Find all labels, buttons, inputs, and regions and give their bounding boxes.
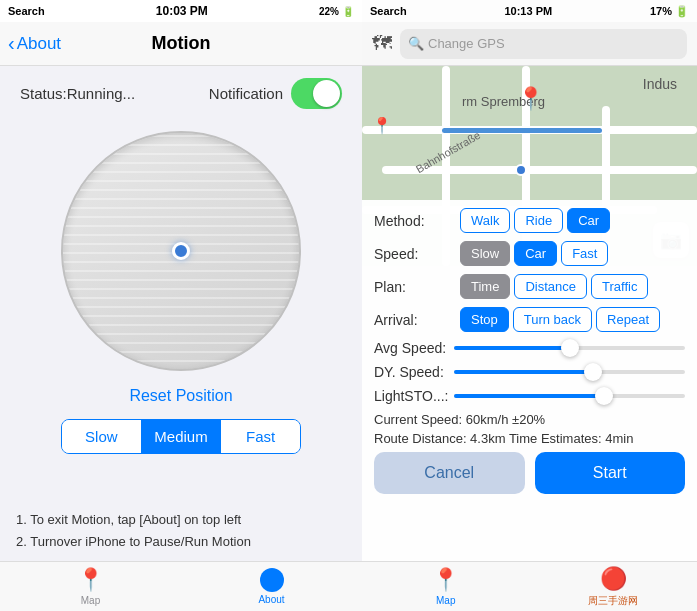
battery-pct-left: 22%	[319, 6, 339, 17]
compass-circle[interactable]: // We'll do this in CSS instead	[61, 131, 301, 371]
time-left: 10:03 PM	[156, 4, 208, 18]
map-pin-main: 📍	[517, 86, 544, 112]
carrier-right: Search	[370, 5, 407, 17]
lightsto-fill	[454, 394, 604, 398]
method-ride-btn[interactable]: Ride	[514, 208, 563, 233]
route-line	[442, 128, 602, 133]
instructions: 1. To exit Motion, tap [About] on top le…	[0, 501, 362, 561]
plan-label: Plan:	[374, 279, 454, 295]
cancel-button[interactable]: Cancel	[374, 452, 525, 494]
search-icon-right: 🔍	[408, 36, 424, 51]
arrival-segment: Stop Turn back Repeat	[460, 307, 660, 332]
battery-left: 22% 🔋	[319, 6, 354, 17]
map-label-indus: Indus	[643, 76, 677, 92]
lightsto-label: LightSTO...:	[374, 388, 454, 404]
time-right: 10:13 PM	[504, 5, 552, 17]
plan-segment: Time Distance Traffic	[460, 274, 648, 299]
speed-medium-btn[interactable]: Medium	[142, 420, 222, 453]
arrival-repeat-btn[interactable]: Repeat	[596, 307, 660, 332]
speed-label: Speed:	[374, 246, 454, 262]
map-pin-secondary: 📍	[372, 116, 392, 135]
arrival-stop-btn[interactable]: Stop	[460, 307, 509, 332]
dy-speed-fill	[454, 370, 593, 374]
tab-about-label-left: About	[258, 594, 284, 605]
battery-icon-right: 🔋	[675, 5, 689, 17]
plan-traffic-btn[interactable]: Traffic	[591, 274, 648, 299]
location-dot	[515, 164, 527, 176]
nav-bar-left: ‹ About Motion	[0, 22, 362, 66]
compass-container: // We'll do this in CSS instead Reset Po…	[0, 121, 362, 501]
tab-map-right[interactable]: 📍 Map	[362, 562, 530, 611]
running-status: Status:Running...	[20, 85, 135, 102]
back-button[interactable]: ‹ About	[8, 34, 61, 54]
battery-icon-left: 🔋	[342, 6, 354, 17]
dy-speed-thumb[interactable]	[584, 363, 602, 381]
arrival-row: Arrival: Stop Turn back Repeat	[374, 307, 685, 332]
notification-toggle[interactable]	[291, 78, 342, 109]
lightsto-track[interactable]	[454, 394, 685, 398]
dy-speed-track[interactable]	[454, 370, 685, 374]
reset-position-link[interactable]: Reset Position	[129, 387, 232, 405]
route-distance-text: Route Distance: 4.3km Time Estimates: 4m…	[374, 431, 685, 446]
watermark-logo: 🔴	[600, 566, 627, 592]
avg-speed-thumb[interactable]	[561, 339, 579, 357]
status-row: Status:Running... Notification	[0, 66, 362, 121]
method-car-btn[interactable]: Car	[567, 208, 610, 233]
speed-selector: Slow Medium Fast	[61, 419, 301, 454]
action-buttons-row: Cancel Start	[374, 452, 685, 494]
tab-bar-right: 📍 Map 🔴 周三手游网	[362, 561, 697, 611]
controls-panel: Method: Walk Ride Car Speed: Slow Car Fa…	[362, 200, 697, 611]
search-bar-right[interactable]: 🔍 Change GPS	[400, 29, 687, 59]
tab-map-label-left: Map	[81, 595, 100, 606]
speed-car-btn[interactable]: Car	[514, 241, 557, 266]
left-panel: Search 10:03 PM 22% 🔋 ‹ About Motion Sta…	[0, 0, 362, 611]
tab-map-left[interactable]: 📍 Map	[0, 562, 181, 611]
search-placeholder: Change GPS	[428, 36, 505, 51]
avg-speed-label: Avg Speed:	[374, 340, 454, 356]
speed-slow-btn[interactable]: Slow	[62, 420, 142, 453]
method-walk-btn[interactable]: Walk	[460, 208, 510, 233]
notification-label: Notification	[209, 85, 283, 102]
notification-row: Notification	[209, 78, 342, 109]
plan-distance-btn[interactable]: Distance	[514, 274, 587, 299]
right-panel: Search 10:13 PM 17% 🔋 🗺 🔍 Change GPS	[362, 0, 697, 611]
map-nav-icon[interactable]: 🗺	[372, 32, 392, 55]
current-speed-text: Current Speed: 60km/h ±20%	[374, 412, 685, 427]
avg-speed-track[interactable]	[454, 346, 685, 350]
battery-pct-right: 17%	[650, 5, 672, 17]
tab-about-left[interactable]: About	[181, 562, 362, 611]
dy-speed-slider-row: DY. Speed:	[374, 364, 685, 380]
route-dist-val: Route Distance: 4.3km	[374, 431, 506, 446]
back-label[interactable]: About	[17, 34, 61, 54]
watermark-text: 周三手游网	[588, 594, 638, 608]
nav-bar-right: 🗺 🔍 Change GPS	[362, 22, 697, 66]
instruction-2: 2. Turnover iPhone to Pause/Run Motion	[16, 531, 346, 553]
chevron-left-icon: ‹	[8, 33, 15, 53]
method-label: Method:	[374, 213, 454, 229]
about-dot	[260, 568, 284, 592]
plan-time-btn[interactable]: Time	[460, 274, 510, 299]
battery-right: 17% 🔋	[650, 5, 689, 18]
speed-fast-btn[interactable]: Fast	[561, 241, 608, 266]
speed-fast-btn[interactable]: Fast	[221, 420, 300, 453]
lightsto-slider-row: LightSTO...:	[374, 388, 685, 404]
map-icon-left: 📍	[77, 567, 104, 593]
dy-speed-label: DY. Speed:	[374, 364, 454, 380]
speed-segment: Slow Car Fast	[460, 241, 608, 266]
lightsto-thumb[interactable]	[595, 387, 613, 405]
compass-center-dot	[172, 242, 190, 260]
time-est-val: Time Estimates: 4min	[509, 431, 634, 446]
start-button[interactable]: Start	[535, 452, 686, 494]
arrival-turnback-btn[interactable]: Turn back	[513, 307, 592, 332]
status-bar-left: Search 10:03 PM 22% 🔋	[0, 0, 362, 22]
instruction-1: 1. To exit Motion, tap [About] on top le…	[16, 509, 346, 531]
tab-bar-left: 📍 Map About	[0, 561, 362, 611]
nav-title-left: Motion	[152, 33, 211, 54]
avg-speed-slider-row: Avg Speed:	[374, 340, 685, 356]
map-icon-tab-right: 📍	[432, 567, 459, 593]
speed-slow-btn[interactable]: Slow	[460, 241, 510, 266]
carrier-left: Search	[8, 5, 45, 17]
method-segment: Walk Ride Car	[460, 208, 610, 233]
method-row: Method: Walk Ride Car	[374, 208, 685, 233]
status-bar-right: Search 10:13 PM 17% 🔋	[362, 0, 697, 22]
